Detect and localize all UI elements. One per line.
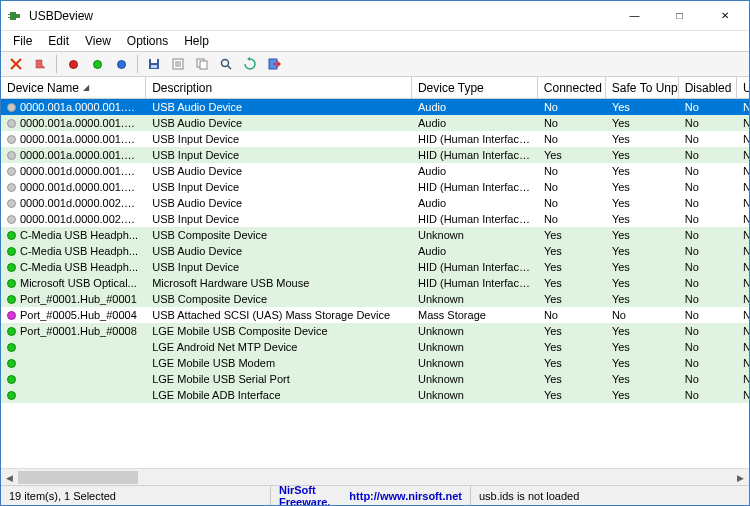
cell-name: Port_#0001.Hub_#0001 [20, 293, 137, 305]
table-row[interactable]: Microsoft USB Optical...Microsoft Hardwa… [1, 275, 749, 291]
column-header-name[interactable]: Device Name◢ [1, 77, 146, 98]
table-row[interactable]: Port_#0005.Hub_#0004USB Attached SCSI (U… [1, 307, 749, 323]
exit-button[interactable] [263, 53, 285, 75]
table-row[interactable]: LGE Android Net MTP DeviceUnknownYesYesN… [1, 339, 749, 355]
cell-usb: N [737, 372, 749, 386]
table-row[interactable]: Port_#0001.Hub_#0001USB Composite Device… [1, 291, 749, 307]
cell-safe: Yes [606, 340, 679, 354]
properties-button[interactable] [167, 53, 189, 75]
minimize-button[interactable]: — [612, 2, 657, 30]
cell-connected: Yes [538, 276, 606, 290]
table-row[interactable]: 0000.001d.0000.001.00...USB Audio Device… [1, 163, 749, 179]
table-row[interactable]: C-Media USB Headph...USB Composite Devic… [1, 227, 749, 243]
cell-usb: N [737, 260, 749, 274]
table-row[interactable]: 0000.001a.0000.001.00...USB Input Device… [1, 147, 749, 163]
column-header-type[interactable]: Device Type [412, 77, 538, 98]
cell-disabled: No [679, 164, 737, 178]
cell-description: LGE Mobile USB Serial Port [146, 372, 412, 386]
menu-view[interactable]: View [77, 32, 119, 50]
enable-button[interactable] [62, 53, 84, 75]
table-row[interactable]: Port_#0001.Hub_#0008LGE Mobile USB Compo… [1, 323, 749, 339]
cell-safe: Yes [606, 260, 679, 274]
table-row[interactable]: C-Media USB Headph...USB Input DeviceHID… [1, 259, 749, 275]
cell-disabled: No [679, 356, 737, 370]
column-header-description[interactable]: Description [146, 77, 412, 98]
cell-usb: N [737, 100, 749, 114]
svg-rect-3 [8, 17, 10, 18]
find-button[interactable] [215, 53, 237, 75]
table-row[interactable]: 0000.001a.0000.001.00...USB Input Device… [1, 131, 749, 147]
table-row[interactable]: 0000.001a.0000.001.00...USB Audio Device… [1, 115, 749, 131]
nirsoft-link[interactable]: http://www.nirsoft.net [349, 490, 462, 502]
table-row[interactable]: 0000.001d.0000.002.00...USB Audio Device… [1, 195, 749, 211]
cell-connected: No [538, 164, 606, 178]
scroll-left-icon[interactable]: ◀ [1, 469, 18, 486]
cell-description: USB Composite Device [146, 292, 412, 306]
cell-usb: N [737, 308, 749, 322]
toolbar [1, 51, 749, 77]
cell-safe: No [606, 308, 679, 322]
cell-description: LGE Mobile USB Composite Device [146, 324, 412, 338]
cell-usb: N [737, 180, 749, 194]
menu-help[interactable]: Help [176, 32, 217, 50]
svg-rect-1 [16, 14, 20, 18]
column-header-usb[interactable]: U [737, 77, 749, 98]
cell-type: Unknown [412, 388, 538, 402]
status-dot-icon [7, 151, 16, 160]
grid-body[interactable]: 0000.001a.0000.001.00...USB Audio Device… [1, 99, 749, 468]
disable-button[interactable] [86, 53, 108, 75]
column-header-disabled[interactable]: Disabled [679, 77, 737, 98]
scroll-right-icon[interactable]: ▶ [732, 469, 749, 486]
table-row[interactable]: C-Media USB Headph...USB Audio DeviceAud… [1, 243, 749, 259]
cell-connected: No [538, 308, 606, 322]
status-dot-icon [7, 103, 16, 112]
close-button[interactable]: ✕ [702, 2, 747, 30]
status-ids: usb.ids is not loaded [471, 486, 749, 505]
cell-usb: N [737, 132, 749, 146]
scroll-thumb[interactable] [18, 471, 138, 484]
sort-asc-icon: ◢ [83, 83, 89, 92]
menu-options[interactable]: Options [119, 32, 176, 50]
status-dot-icon [7, 311, 16, 320]
save-button[interactable] [143, 53, 165, 75]
column-header-safe[interactable]: Safe To Unpl... [606, 77, 679, 98]
menu-edit[interactable]: Edit [40, 32, 77, 50]
refresh-button[interactable] [239, 53, 261, 75]
menu-file[interactable]: File [5, 32, 40, 50]
cell-safe: Yes [606, 276, 679, 290]
cell-type: Audio [412, 164, 538, 178]
cell-name: 0000.001a.0000.001.00... [20, 117, 140, 129]
cell-usb: N [737, 228, 749, 242]
cell-name: Port_#0005.Hub_#0004 [20, 309, 137, 321]
cell-disabled: No [679, 292, 737, 306]
status-dot-icon [7, 279, 16, 288]
table-row[interactable]: 0000.001a.0000.001.00...USB Audio Device… [1, 99, 749, 115]
column-header-connected[interactable]: Connected [538, 77, 606, 98]
table-row[interactable]: LGE Mobile USB ModemUnknownYesYesNoN [1, 355, 749, 371]
cell-usb: N [737, 212, 749, 226]
toolbar-separator [137, 55, 138, 73]
horizontal-scrollbar[interactable]: ◀ ▶ [1, 468, 749, 485]
delete-button[interactable] [5, 53, 27, 75]
svg-rect-0 [10, 12, 16, 20]
copy-button[interactable] [191, 53, 213, 75]
disconnect-button[interactable] [110, 53, 132, 75]
status-dot-icon [7, 167, 16, 176]
cell-type: Unknown [412, 356, 538, 370]
cell-usb: N [737, 292, 749, 306]
status-dot-icon [7, 199, 16, 208]
cell-safe: Yes [606, 228, 679, 242]
unplug-button[interactable] [29, 53, 51, 75]
cell-name: Microsoft USB Optical... [20, 277, 137, 289]
table-row[interactable]: 0000.001d.0000.002.00...USB Input Device… [1, 211, 749, 227]
cell-safe: Yes [606, 388, 679, 402]
maximize-button[interactable]: □ [657, 2, 702, 30]
table-row[interactable]: LGE Mobile USB Serial PortUnknownYesYesN… [1, 371, 749, 387]
cell-type: HID (Human Interface D... [412, 132, 538, 146]
svg-point-15 [222, 60, 229, 67]
cell-description: USB Audio Device [146, 116, 412, 130]
cell-disabled: No [679, 260, 737, 274]
table-row[interactable]: LGE Mobile ADB InterfaceUnknownYesYesNoN [1, 387, 749, 403]
table-row[interactable]: 0000.001d.0000.001.00...USB Input Device… [1, 179, 749, 195]
cell-disabled: No [679, 388, 737, 402]
